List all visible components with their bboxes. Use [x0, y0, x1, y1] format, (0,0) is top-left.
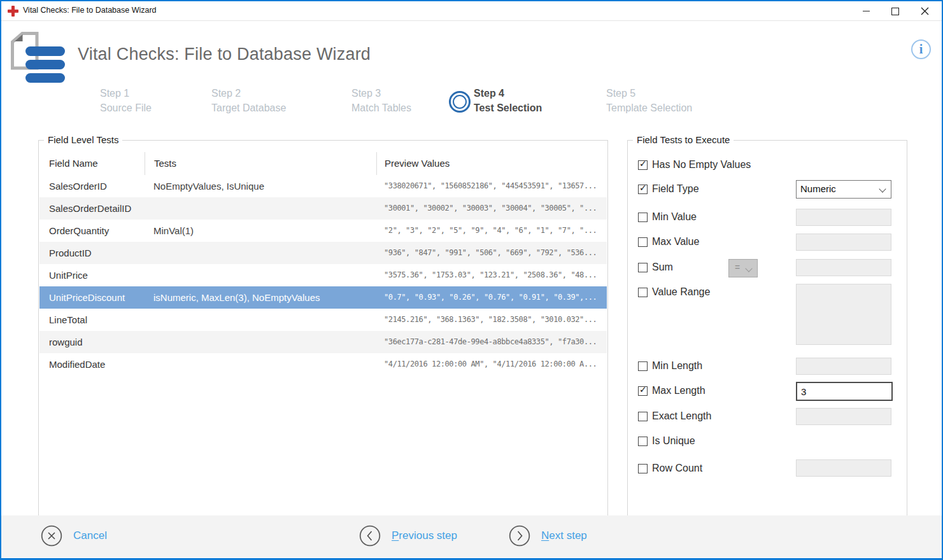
- table-row[interactable]: SalesOrderDetailID "30001", "30002", "30…: [39, 197, 607, 220]
- field-level-tests-group: Field Level Tests Field Name Tests Previ…: [38, 140, 608, 515]
- exact-length-input: [796, 408, 891, 425]
- min-value-input: [796, 209, 891, 226]
- is-unique-checkbox[interactable]: [638, 437, 648, 446]
- max-value-input: [796, 234, 891, 251]
- maximize-icon: [891, 8, 899, 15]
- table-row[interactable]: LineTotal "2145.216", "368.1363", "182.3…: [39, 309, 607, 331]
- column-header-field-name: Field Name: [39, 152, 145, 175]
- chevron-down-icon: [879, 185, 886, 192]
- minimize-button[interactable]: [851, 1, 881, 21]
- table-row[interactable]: UnitPrice "3575.36", "1753.03", "123.21"…: [39, 264, 607, 286]
- minimize-icon: [863, 11, 870, 11]
- min-length-input: [796, 358, 891, 375]
- table-row[interactable]: ModifiedDate "4/11/2016 12:00:00 AM", "4…: [39, 353, 607, 375]
- column-header-tests: Tests: [145, 152, 376, 175]
- min-length-checkbox[interactable]: [638, 361, 648, 371]
- max-value-checkbox[interactable]: [638, 237, 648, 247]
- app-cross-icon: [8, 6, 18, 17]
- group-label: Field Tests to Execute: [633, 134, 734, 145]
- row-count-label[interactable]: Row Count: [652, 463, 702, 474]
- app-logo-icon: [10, 32, 66, 84]
- max-value-label[interactable]: Max Value: [652, 236, 699, 248]
- next-circle-icon: [509, 525, 530, 547]
- field-type-dropdown[interactable]: Numeric: [796, 180, 891, 199]
- page-title: Vital Checks: File to Database Wizard: [78, 45, 371, 64]
- previous-step-button[interactable]: Previous step: [359, 525, 457, 547]
- chevron-down-icon: [745, 265, 752, 272]
- value-range-checkbox[interactable]: [638, 288, 648, 297]
- previous-circle-icon: [359, 525, 381, 547]
- field-type-checkbox[interactable]: ✓: [638, 185, 648, 194]
- row-count-input: [796, 459, 891, 477]
- is-unique-label[interactable]: Is Unique: [652, 435, 695, 447]
- next-step-button[interactable]: Next step: [509, 525, 587, 547]
- has-no-empty-values-label[interactable]: Has No Empty Values: [652, 159, 751, 171]
- field-type-label[interactable]: Field Type: [652, 183, 699, 195]
- sum-checkbox[interactable]: [638, 263, 648, 272]
- maximize-button[interactable]: [881, 1, 910, 21]
- min-value-checkbox[interactable]: [638, 213, 648, 222]
- cancel-circle-icon: [41, 525, 62, 547]
- value-range-textarea: [796, 284, 891, 345]
- step-indicator-1: Step 1 Source File: [100, 88, 152, 114]
- table-row[interactable]: rowguid "36ec177a-c281-47de-99e4-a8bbce4…: [39, 331, 607, 353]
- exact-length-checkbox[interactable]: [638, 412, 648, 421]
- exact-length-label[interactable]: Exact Length: [652, 410, 711, 422]
- table-row[interactable]: SalesOrderID NoEmptyValues, IsUnique "33…: [39, 175, 607, 197]
- step-indicator-4: Step 4 Test Selection: [474, 88, 542, 114]
- table-row-selected[interactable]: UnitPriceDiscount isNumeric, MaxLen(3), …: [39, 286, 607, 309]
- field-level-tests-table: SalesOrderID NoEmptyValues, IsUnique "33…: [39, 175, 607, 375]
- has-no-empty-values-checkbox[interactable]: ✓: [638, 160, 648, 170]
- min-value-label[interactable]: Min Value: [652, 211, 697, 223]
- step-indicator-3: Step 3 Match Tables: [351, 88, 411, 114]
- column-header-preview-values: Preview Values: [376, 152, 607, 175]
- max-length-checkbox[interactable]: ✓: [638, 386, 648, 396]
- current-step-circle-icon: [449, 91, 471, 113]
- step-indicator-5: Step 5 Template Selection: [606, 88, 692, 114]
- sum-operator-dropdown: =: [728, 259, 758, 277]
- table-row[interactable]: OrderQuantity MinVal(1) "2", "3", "2", "…: [39, 220, 607, 242]
- max-length-label[interactable]: Max Length: [652, 385, 705, 396]
- wizard-window: Vital Checks: File to Database Wizard Vi…: [0, 0, 943, 560]
- field-tests-to-execute-group: Field Tests to Execute ✓ Has No Empty Va…: [627, 140, 907, 515]
- table-row[interactable]: ProductID "936", "847", "991", "506", "6…: [39, 242, 607, 264]
- table-header: Field Name Tests Preview Values: [39, 152, 607, 175]
- title-bar: Vital Checks: File to Database Wizard: [1, 1, 942, 21]
- step-indicator-2: Step 2 Target Database: [211, 88, 286, 114]
- group-label: Field Level Tests: [44, 134, 122, 145]
- sum-label[interactable]: Sum: [652, 262, 673, 273]
- min-length-label[interactable]: Min Length: [652, 360, 702, 372]
- close-icon: [921, 7, 929, 15]
- footer-bar: Cancel Previous step Next step: [1, 515, 942, 557]
- sum-input: [796, 259, 891, 276]
- max-length-input[interactable]: [796, 382, 893, 401]
- value-range-label[interactable]: Value Range: [652, 286, 710, 298]
- window-title: Vital Checks: File to Database Wizard: [23, 6, 157, 15]
- close-button[interactable]: [910, 1, 939, 21]
- info-icon[interactable]: i: [911, 39, 931, 59]
- cancel-button[interactable]: Cancel: [41, 525, 107, 547]
- row-count-checkbox[interactable]: [638, 464, 648, 473]
